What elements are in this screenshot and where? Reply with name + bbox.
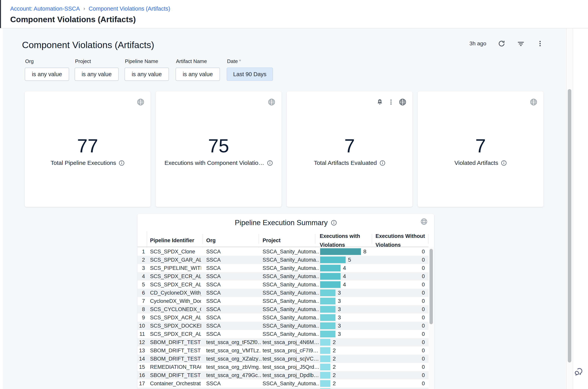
globe-icon[interactable]	[399, 98, 407, 106]
table-row[interactable]	[138, 388, 429, 389]
metric-card-1: 77Total Pipeline Executions	[25, 92, 150, 207]
metric-card-3: 7Total Artifacts Evaluated	[287, 92, 413, 207]
metric-label: Total Pipeline Executions	[51, 160, 116, 166]
filter-value-button[interactable]: is any value	[125, 67, 169, 81]
violations-bar[interactable]	[320, 372, 330, 379]
violations-bar[interactable]	[320, 339, 330, 346]
table-row[interactable]: 12SBOM_DRIFT_TESTtest_ssca_org_tF5Zf0…te…	[138, 338, 429, 346]
table-row[interactable]: 16SBOM_DRIFT_TESTtest_ssca_org_479Gc…tes…	[138, 371, 429, 379]
col-header-pipeline-identifier[interactable]: Pipeline Identifier	[150, 236, 194, 245]
violations-bar[interactable]	[320, 265, 341, 271]
info-icon[interactable]	[380, 160, 385, 166]
refresh-icon[interactable]	[498, 40, 506, 47]
row-number: 15	[138, 363, 145, 371]
table-row[interactable]: 4SCS_SPDX_ECR_ALL_…SSCASSCA_Sanity_Autom…	[138, 272, 429, 281]
row-number: 17	[138, 379, 145, 388]
cell-pipeline-identifier: SCS_SPDX_ECR_ALL_…	[150, 330, 201, 338]
violations-bar[interactable]	[320, 314, 335, 321]
info-icon[interactable]	[331, 220, 337, 226]
cell-executions-without-violations: 0	[383, 363, 425, 371]
violations-value: 3	[338, 330, 341, 338]
table-row[interactable]: 3SCS_PIPELINE_WITH…SSCASSCA_Sanity_Autom…	[138, 264, 429, 272]
table-row[interactable]: 6CD_CycloneDX_With_…SSCASSCA_Sanity_Auto…	[138, 289, 429, 297]
violations-value: 4	[343, 281, 346, 289]
table-row[interactable]: 14SBOM_DRIFT_TESTtest_ssca_org_XZalzy…te…	[138, 355, 429, 363]
col-header-org[interactable]: Org	[206, 236, 216, 245]
violations-bar[interactable]	[320, 306, 335, 313]
cell-project: SSCA_Sanity_Automa…	[263, 264, 319, 272]
bell-plus-icon[interactable]	[376, 98, 383, 106]
table-row[interactable]: 15REMEDIATION_TRAC…test_ssca_org_zbVmg…t…	[138, 363, 429, 371]
col-header-project[interactable]: Project	[263, 236, 281, 245]
violations-value: 2	[333, 371, 336, 379]
globe-icon[interactable]	[420, 218, 428, 225]
table-row[interactable]: 8SCS_CYCLONEDX_GA…SSCASSCA_Sanity_Automa…	[138, 305, 429, 313]
cell-pipeline-identifier: SBOM_DRIFT_TEST	[150, 355, 201, 363]
violations-bar[interactable]	[320, 281, 341, 288]
filter-value-button[interactable]: Last 90 Days	[227, 67, 273, 81]
table-row[interactable]: 10SCS_SPDX_DOCKER_…SSCASSCA_Sanity_Autom…	[138, 322, 429, 330]
breadcrumb: Account: Automation-SSCA › Component Vio…	[10, 5, 170, 12]
filter-value-button[interactable]: is any value	[175, 67, 220, 81]
cell-org: SSCA	[206, 256, 261, 264]
cell-pipeline-identifier: SBOM_DRIFT_TEST	[150, 346, 201, 355]
table-row[interactable]: 1SCS_SPDX_CloneSSCASSCA_Sanity_Automa…08	[138, 248, 429, 256]
kebab-menu-icon[interactable]	[536, 40, 544, 47]
row-number: 11	[138, 330, 145, 338]
globe-icon[interactable]	[268, 98, 276, 106]
cell-project: test_ssca_proj_cF7I9…	[263, 346, 319, 355]
violations-bar[interactable]	[320, 323, 335, 329]
table-row[interactable]: 7CycloneDX_With_Doc…SSCASSCA_Sanity_Auto…	[138, 297, 429, 305]
table-row[interactable]: 17Container_Orchestrat…SSCASSCA_Sanity_A…	[138, 379, 429, 388]
info-icon[interactable]	[267, 160, 273, 166]
filter-value-button[interactable]: is any value	[75, 67, 119, 81]
violations-bar[interactable]	[320, 298, 335, 304]
violations-bar[interactable]	[320, 331, 335, 337]
cell-org: SSCA	[206, 330, 261, 338]
table-row[interactable]: 2SCS_SPDX_GAR_ALL…SSCASSCA_Sanity_Automa…	[138, 256, 429, 264]
table-title: Pipeline Execution Summary	[235, 219, 328, 227]
violations-value: 4	[343, 272, 346, 281]
violations-bar[interactable]	[320, 290, 335, 296]
info-icon[interactable]	[119, 160, 125, 166]
table-row[interactable]: 11SCS_SPDX_ECR_ALL_…SSCASSCA_Sanity_Auto…	[138, 330, 429, 338]
violations-bar[interactable]	[320, 380, 330, 387]
globe-icon[interactable]	[137, 98, 144, 106]
info-icon[interactable]	[501, 160, 507, 166]
violations-value: 2	[333, 346, 336, 355]
cell-executions-without-violations: 0	[383, 264, 425, 272]
violations-bar[interactable]	[320, 347, 330, 354]
violations-bar[interactable]	[320, 248, 361, 255]
cell-pipeline-identifier: SCS_PIPELINE_WITH…	[150, 264, 201, 272]
filter-value-button[interactable]: is any value	[25, 67, 69, 81]
cell-pipeline-identifier: SBOM_DRIFT_TEST	[150, 371, 201, 379]
filter-label: Artifact Name	[176, 58, 220, 65]
violations-bar[interactable]	[320, 356, 330, 362]
filter-label: Pipeline Name	[125, 58, 169, 65]
page-scrollbar-thumb[interactable]	[568, 89, 571, 362]
page-title: Component Violations (Artifacts)	[10, 15, 136, 24]
table-scrollbar-thumb[interactable]	[429, 249, 433, 324]
cell-org: SSCA	[206, 272, 261, 281]
cell-executions-without-violations: 0	[383, 256, 425, 264]
table-row[interactable]: 5SCS_SPDX_ECR_ALL_…SSCASSCA_Sanity_Autom…	[138, 281, 429, 289]
metric-label: Total Artifacts Evaluated	[314, 160, 377, 166]
chat-help-icon[interactable]	[573, 367, 584, 377]
cell-executions-without-violations: 0	[383, 346, 425, 355]
violations-bar[interactable]	[320, 364, 330, 370]
kebab-icon[interactable]	[388, 99, 394, 105]
cell-org: test_ssca_org_tF5Zf0…	[206, 338, 261, 346]
filter-icon[interactable]	[517, 40, 525, 47]
filter-pipeline-name: Pipeline Nameis any value	[125, 58, 169, 81]
cell-org: SSCA	[206, 305, 261, 313]
breadcrumb-account-link[interactable]: Account: Automation-SSCA	[10, 5, 80, 12]
table-row[interactable]: 13SBOM_DRIFT_TESTtest_ssca_org_VMTLz…tes…	[138, 346, 429, 355]
violations-value: 3	[338, 297, 341, 305]
violations-bar[interactable]	[320, 257, 346, 263]
table-row[interactable]: 9SCS_SPDX_ACR_ALL…SSCASSCA_Sanity_Automa…	[138, 313, 429, 322]
violations-bar[interactable]	[320, 273, 341, 280]
row-number: 8	[138, 305, 145, 313]
globe-icon[interactable]	[530, 98, 538, 106]
filter-label: Date*	[227, 58, 273, 65]
breadcrumb-page-link[interactable]: Component Violations (Artifacts)	[89, 5, 170, 12]
